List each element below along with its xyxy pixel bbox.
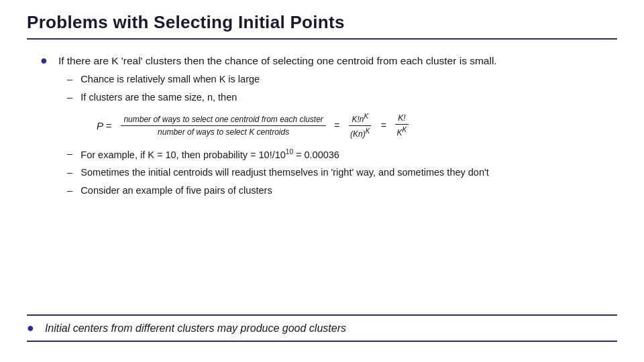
content-area: ● If there are K 'real' clusters then th… (0, 46, 644, 208)
sub-text-5: Sometimes the initial centroids will rea… (80, 166, 488, 180)
bullet-dot-1: ● (40, 54, 48, 68)
sub-item-4: – For example, if K = 10, then probabili… (67, 147, 617, 163)
sub-dash-6: – (67, 184, 72, 196)
fraction-3-top: K! (395, 113, 408, 125)
title-divider (27, 38, 617, 40)
sub-item-2: – If clusters are the same size, n, then (67, 90, 617, 105)
sub-text-6: Consider an example of five pairs of clu… (80, 184, 272, 198)
fraction-2-top: K!nK (349, 113, 371, 126)
formula-box: P = number of ways to select one centroi… (94, 109, 617, 143)
sub-dash-1: – (67, 73, 72, 84)
fraction-2-bottom: (Kn)K (347, 126, 372, 139)
title-area: Problems with Selecting Initial Points (0, 0, 644, 46)
bottom-bullet-text: Initial centers from different clusters … (45, 322, 346, 335)
sub-text-2: If clusters are the same size, n, then (80, 90, 237, 105)
fraction-1: number of ways to select one centroid fr… (121, 115, 325, 137)
sub-text-1: Chance is relatively small when K is lar… (80, 72, 260, 87)
fraction-1-top: number of ways to select one centroid fr… (121, 115, 325, 126)
bottom-bullet: ● Initial centers from different cluster… (27, 314, 617, 342)
fraction-3-bottom: KK (394, 125, 410, 137)
slide-title: Problems with Selecting Initial Points (27, 12, 617, 33)
bullet-text-1: If there are K 'real' clusters then the … (58, 53, 497, 68)
fraction-2: K!nK (Kn)K (347, 113, 372, 139)
bottom-bullet-dot: ● (27, 321, 34, 335)
sub-item-1: – Chance is relatively small when K is l… (67, 72, 617, 87)
fraction-3: K! KK (394, 113, 410, 137)
sub-dash-4: – (67, 147, 72, 159)
sub-item-5: – Sometimes the initial centroids will r… (67, 166, 617, 180)
formula-eq1: = (334, 120, 339, 131)
sub-items-1: – Chance is relatively small when K is l… (67, 72, 617, 198)
sub-dash-2: – (67, 91, 72, 103)
formula-p: P = (97, 120, 111, 131)
sub-item-6: – Consider an example of five pairs of c… (67, 184, 617, 198)
formula-eq2: = (380, 120, 386, 131)
bullet-item-1: ● If there are K 'real' clusters then th… (40, 53, 617, 68)
slide: Problems with Selecting Initial Points ●… (0, 0, 644, 362)
sub-dash-5: – (67, 166, 72, 178)
fraction-1-bottom: number of ways to select K centroids (155, 126, 292, 137)
sub-text-4: For example, if K = 10, then probability… (80, 147, 339, 163)
